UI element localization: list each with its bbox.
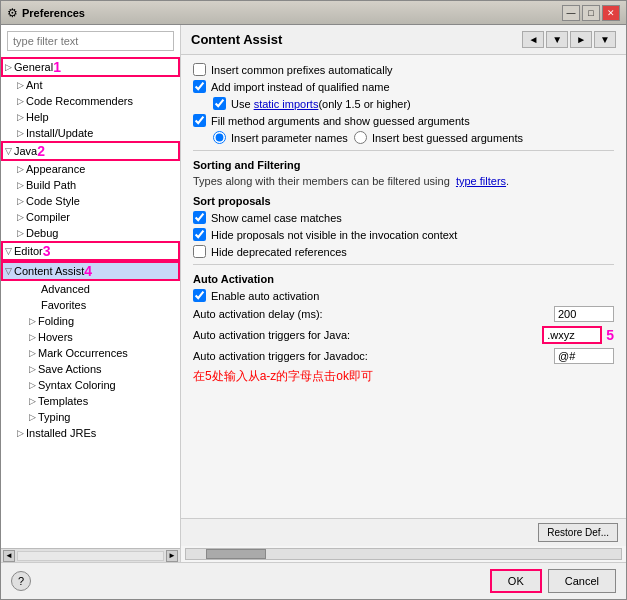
minimize-button[interactable]: — xyxy=(562,5,580,21)
nav-back-button[interactable]: ◄ xyxy=(522,31,544,48)
triggers-javadoc-input[interactable] xyxy=(554,348,614,364)
main-content: ▷ General 1 ▷ Ant ▷ Code Recommenders ▷ … xyxy=(1,25,626,562)
tree-arrow-hovers: ▷ xyxy=(29,332,36,342)
checkbox-hide-not-visible[interactable] xyxy=(193,228,206,241)
tree-arrow-content-assist: ▽ xyxy=(5,266,12,276)
label-enable-auto-activation: Enable auto activation xyxy=(211,290,319,302)
tree-arrow-code-style: ▷ xyxy=(17,196,24,206)
tree-item-general[interactable]: ▷ General 1 xyxy=(1,57,180,77)
tree-label-content-assist: Content Assist xyxy=(14,265,84,277)
scrollbar-thumb-h[interactable] xyxy=(206,549,266,559)
checkbox-show-camel-case[interactable] xyxy=(193,211,206,224)
triggers-java-input[interactable] xyxy=(542,326,602,344)
checkbox-add-import[interactable] xyxy=(193,80,206,93)
tree-item-help[interactable]: ▷ Help xyxy=(1,109,180,125)
tree-item-build-path[interactable]: ▷ Build Path xyxy=(1,177,180,193)
tree-label-debug: Debug xyxy=(26,227,58,239)
input-row-triggers-java: Auto activation triggers for Java: 5 xyxy=(193,326,614,344)
close-button[interactable]: ✕ xyxy=(602,5,620,21)
checkbox-insert-common-prefixes[interactable] xyxy=(193,63,206,76)
tree-item-editor[interactable]: ▽ Editor 3 xyxy=(1,241,180,261)
radio-insert-parameter-names[interactable] xyxy=(213,131,226,144)
scroll-right-arrow[interactable]: ► xyxy=(166,550,178,562)
nav-forward-button[interactable]: ► xyxy=(570,31,592,48)
right-scrollbar-h[interactable] xyxy=(185,548,622,560)
tree-arrow-folding: ▷ xyxy=(29,316,36,326)
tree-item-java[interactable]: ▽ Java 2 xyxy=(1,141,180,161)
type-filters-link[interactable]: type filters xyxy=(456,175,506,187)
maximize-button[interactable]: □ xyxy=(582,5,600,21)
tree-label-typing: Typing xyxy=(38,411,70,423)
tree-item-install-update[interactable]: ▷ Install/Update xyxy=(1,125,180,141)
radio-insert-best-guessed[interactable] xyxy=(354,131,367,144)
sorting-filtering-label: Sorting and Filtering xyxy=(193,159,614,171)
annotation-4: 4 xyxy=(84,263,92,279)
sort-proposals-label: Sort proposals xyxy=(193,195,614,207)
tree-label-mark-occurrences: Mark Occurrences xyxy=(38,347,128,359)
cancel-button[interactable]: Cancel xyxy=(548,569,616,593)
bottom-right-buttons: OK Cancel xyxy=(490,569,616,593)
tree-item-typing[interactable]: ▷ Typing xyxy=(1,409,180,425)
left-scrollbar-h[interactable]: ◄ ► xyxy=(1,548,180,562)
tree-item-hovers[interactable]: ▷ Hovers xyxy=(1,329,180,345)
annotation-5: 5 xyxy=(606,327,614,343)
annotation-2: 2 xyxy=(37,143,45,159)
tree-area: ▷ General 1 ▷ Ant ▷ Code Recommenders ▷ … xyxy=(1,57,180,548)
checkbox-fill-method-arguments[interactable] xyxy=(193,114,206,127)
tree-item-favorites[interactable]: Favorites xyxy=(1,297,180,313)
tree-arrow-syntax-coloring: ▷ xyxy=(29,380,36,390)
input-row-triggers-javadoc: Auto activation triggers for Javadoc: xyxy=(193,348,614,364)
tree-item-code-style[interactable]: ▷ Code Style xyxy=(1,193,180,209)
tree-arrow-installed-jres: ▷ xyxy=(17,428,24,438)
tree-item-advanced[interactable]: Advanced xyxy=(1,281,180,297)
label-insert-common-prefixes: Insert common prefixes automatically xyxy=(211,64,393,76)
label-show-camel-case: Show camel case matches xyxy=(211,212,342,224)
checkbox-use-static-imports[interactable] xyxy=(213,97,226,110)
tree-item-content-assist[interactable]: ▽ Content Assist 4 xyxy=(1,261,180,281)
preferences-window: ⚙ Preferences — □ ✕ ▷ General 1 ▷ Ant xyxy=(0,0,627,600)
checkbox-hide-deprecated[interactable] xyxy=(193,245,206,258)
static-imports-link[interactable]: static imports xyxy=(254,98,319,110)
tree-arrow-appearance: ▷ xyxy=(17,164,24,174)
bottom-bar: ? OK Cancel xyxy=(1,562,626,599)
panel-title: Content Assist xyxy=(191,32,282,47)
tree-item-syntax-coloring[interactable]: ▷ Syntax Coloring xyxy=(1,377,180,393)
title-bar-left: ⚙ Preferences xyxy=(7,6,85,20)
nav-dropdown-back[interactable]: ▼ xyxy=(546,31,568,48)
tree-label-save-actions: Save Actions xyxy=(38,363,102,375)
tree-item-folding[interactable]: ▷ Folding xyxy=(1,313,180,329)
tree-item-save-actions[interactable]: ▷ Save Actions xyxy=(1,361,180,377)
tree-arrow-save-actions: ▷ xyxy=(29,364,36,374)
restore-defaults-button[interactable]: Restore Def... xyxy=(538,523,618,542)
tree-arrow-editor: ▽ xyxy=(5,246,12,256)
restore-area: Restore Def... xyxy=(181,518,626,546)
scroll-track-h[interactable] xyxy=(17,551,164,561)
tree-item-appearance[interactable]: ▷ Appearance xyxy=(1,161,180,177)
option-insert-parameter-names: Insert parameter names Insert best guess… xyxy=(213,131,614,144)
tree-item-mark-occurrences[interactable]: ▷ Mark Occurrences xyxy=(1,345,180,361)
tree-item-compiler[interactable]: ▷ Compiler xyxy=(1,209,180,225)
tree-item-ant[interactable]: ▷ Ant xyxy=(1,77,180,93)
nav-dropdown-forward[interactable]: ▼ xyxy=(594,31,616,48)
option-hide-deprecated: Hide deprecated references xyxy=(193,245,614,258)
tree-arrow-install-update: ▷ xyxy=(17,128,24,138)
tree-item-installed-jres[interactable]: ▷ Installed JREs xyxy=(1,425,180,441)
tree-item-templates[interactable]: ▷ Templates xyxy=(1,393,180,409)
tree-label-install-update: Install/Update xyxy=(26,127,93,139)
label-add-import: Add import instead of qualified name xyxy=(211,81,390,93)
checkbox-enable-auto-activation[interactable] xyxy=(193,289,206,302)
help-button[interactable]: ? xyxy=(11,571,31,591)
ok-button[interactable]: OK xyxy=(490,569,542,593)
sorting-filtering-desc: Types along with their members can be fi… xyxy=(193,175,614,187)
tree-label-ant: Ant xyxy=(26,79,43,91)
tree-arrow-templates: ▷ xyxy=(29,396,36,406)
tree-item-code-recommenders[interactable]: ▷ Code Recommenders xyxy=(1,93,180,109)
filter-input[interactable] xyxy=(7,31,174,51)
delay-input[interactable] xyxy=(554,306,614,322)
tree-item-debug[interactable]: ▷ Debug xyxy=(1,225,180,241)
label-triggers-java: Auto activation triggers for Java: xyxy=(193,329,542,341)
option-fill-method-arguments: Fill method arguments and show guessed a… xyxy=(193,114,614,127)
left-panel: ▷ General 1 ▷ Ant ▷ Code Recommenders ▷ … xyxy=(1,25,181,562)
tree-label-build-path: Build Path xyxy=(26,179,76,191)
scroll-left-arrow[interactable]: ◄ xyxy=(3,550,15,562)
